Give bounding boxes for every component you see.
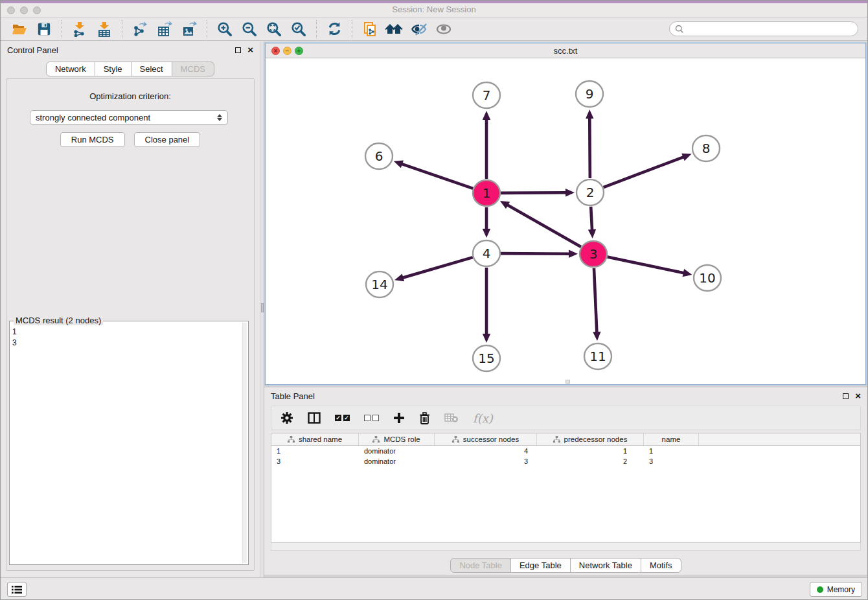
graph-node-10[interactable]: 10 [694, 265, 721, 291]
run-mcds-button[interactable]: Run MCDS [60, 132, 125, 147]
save-session-button[interactable] [34, 19, 54, 39]
tab-style[interactable]: Style [95, 62, 131, 76]
graph-edge-1-2[interactable] [501, 192, 567, 193]
graph-node-14[interactable]: 14 [366, 271, 393, 297]
result-scrollbar[interactable] [242, 323, 247, 563]
add-column-button[interactable] [393, 410, 405, 426]
import-network-button[interactable] [70, 19, 89, 39]
list-icon [12, 585, 22, 594]
task-history-button[interactable] [7, 582, 27, 597]
zoom-selected-icon [290, 21, 307, 38]
open-folder-icon [12, 21, 27, 37]
open-session-button[interactable] [10, 19, 29, 39]
tab-network[interactable]: Network [46, 62, 95, 76]
network-canvas[interactable]: 7968124314101511 [266, 58, 865, 384]
tab-edge-table[interactable]: Edge Table [510, 558, 571, 573]
graph-node-15[interactable]: 15 [473, 345, 500, 371]
memory-button[interactable]: Memory [810, 582, 862, 597]
search-box[interactable] [669, 21, 858, 36]
criterion-value: strongly connected component [36, 113, 150, 122]
graph-node-9[interactable]: 9 [576, 81, 603, 107]
zoom-fit-button[interactable] [264, 19, 284, 39]
column-header-predecessor-nodes[interactable]: predecessor nodes [537, 433, 644, 445]
table-cell: dominator [359, 446, 435, 456]
zoom-selected-button[interactable] [289, 19, 308, 39]
import-table-button[interactable] [95, 19, 114, 39]
close-table-panel-icon[interactable]: × [855, 393, 861, 399]
deselect-all-button[interactable] [364, 410, 379, 426]
float-panel-icon[interactable] [235, 47, 241, 53]
main-toolbar [1, 17, 867, 41]
graph-node-6[interactable]: 6 [365, 143, 393, 169]
tab-motifs[interactable]: Motifs [641, 558, 681, 573]
export-image-button[interactable] [179, 19, 199, 39]
float-table-panel-icon[interactable] [843, 393, 849, 399]
export-network-button[interactable] [130, 19, 150, 39]
refresh-button[interactable] [325, 19, 344, 39]
tab-select[interactable]: Select [131, 62, 172, 76]
table-panel-title: Table Panel [271, 391, 315, 401]
delete-table-button[interactable] [444, 410, 459, 426]
graph-edge-3-1[interactable] [507, 205, 581, 247]
graph-edge-2-3[interactable] [591, 207, 592, 231]
graph-edge-4-3[interactable] [501, 253, 570, 254]
criterion-dropdown[interactable]: strongly connected component [30, 110, 228, 125]
graph-node-8[interactable]: 8 [692, 135, 720, 161]
zoom-out-button[interactable] [240, 19, 259, 39]
clone-network-button[interactable] [360, 19, 380, 39]
splitter-grip[interactable] [261, 303, 264, 312]
column-header-MCDS-role[interactable]: MCDS role [359, 433, 435, 445]
column-header-shared-name[interactable]: shared name [271, 433, 359, 445]
graph-edge-3-11[interactable] [594, 268, 597, 333]
panel-splitter[interactable] [260, 41, 264, 577]
hide-panel-button[interactable] [409, 19, 429, 39]
function-builder-button[interactable]: f(x) [473, 410, 493, 426]
column-header-successor-nodes[interactable]: successor nodes [435, 433, 537, 445]
table-settings-button[interactable] [280, 410, 293, 426]
select-all-button[interactable]: ✓✓ [335, 410, 350, 426]
table-row[interactable]: 3dominator323 [271, 456, 860, 467]
table-cell: 4 [435, 446, 537, 456]
column-header-name[interactable]: name [644, 433, 699, 445]
mcds-result-box: MCDS result (2 nodes) 13 [9, 321, 249, 565]
graph-edge-2-9[interactable] [589, 117, 590, 178]
graph-node-7[interactable]: 7 [473, 82, 500, 108]
tab-mcds[interactable]: MCDS [172, 62, 214, 76]
preview-button[interactable] [434, 19, 453, 39]
split-view-button[interactable] [308, 410, 321, 426]
search-input[interactable] [688, 25, 852, 34]
graph-node-3[interactable]: 3 [580, 241, 607, 267]
node-label: 2 [586, 185, 595, 200]
network-graph[interactable]: 7968124314101511 [266, 58, 865, 384]
table-hscrollbar[interactable] [271, 543, 861, 551]
plus-icon [393, 412, 405, 424]
graph-node-11[interactable]: 11 [584, 343, 611, 369]
toolbar-separator [62, 20, 62, 38]
split-view-icon [308, 412, 321, 424]
graph-edge-1-6[interactable] [401, 164, 473, 189]
table-row[interactable]: 1dominator411 [271, 446, 860, 456]
clone-network-icon [362, 21, 378, 37]
graph-edge-2-8[interactable] [604, 157, 685, 187]
graph-edge-4-14[interactable] [402, 257, 473, 278]
graph-edge-3-10[interactable] [608, 257, 685, 273]
graph-node-1[interactable]: 1 [473, 180, 500, 206]
zoom-in-button[interactable] [215, 19, 234, 39]
home-button[interactable] [385, 19, 404, 39]
close-panel-icon[interactable]: × [247, 47, 253, 53]
graph-node-4[interactable]: 4 [473, 240, 500, 266]
network-resize-grip[interactable] [565, 380, 570, 384]
export-table-button[interactable] [155, 19, 174, 39]
mcds-result-text[interactable]: 13 [12, 324, 242, 562]
node-label: 8 [702, 141, 711, 156]
tab-node-table[interactable]: Node Table [450, 558, 511, 573]
network-window-titlebar[interactable]: × − + scc.txt [266, 43, 865, 58]
result-line: 3 [12, 338, 242, 349]
delete-column-button[interactable] [419, 410, 430, 426]
tab-network-table[interactable]: Network Table [570, 558, 641, 573]
close-panel-button[interactable]: Close panel [134, 132, 201, 147]
window-top-strip [1, 1, 867, 3]
eye-slash-icon [411, 21, 428, 37]
node-label: 9 [586, 86, 594, 102]
graph-node-2[interactable]: 2 [577, 179, 604, 205]
